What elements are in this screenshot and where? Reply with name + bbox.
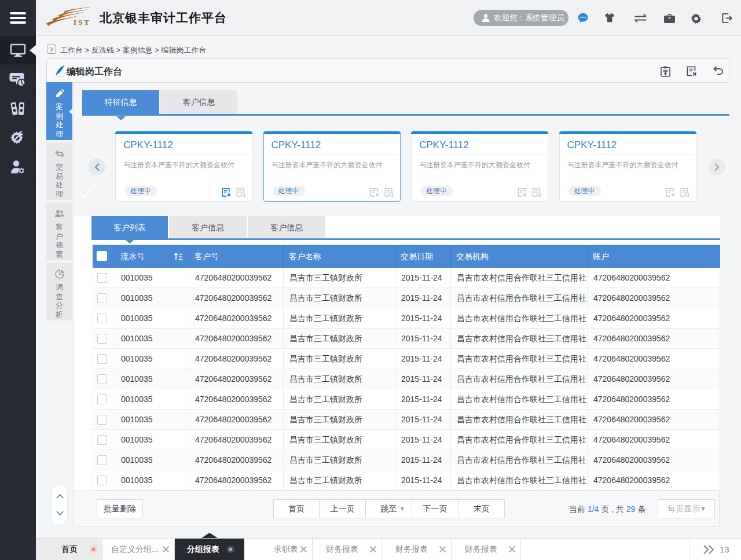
svg-text:IST: IST — [74, 18, 91, 26]
